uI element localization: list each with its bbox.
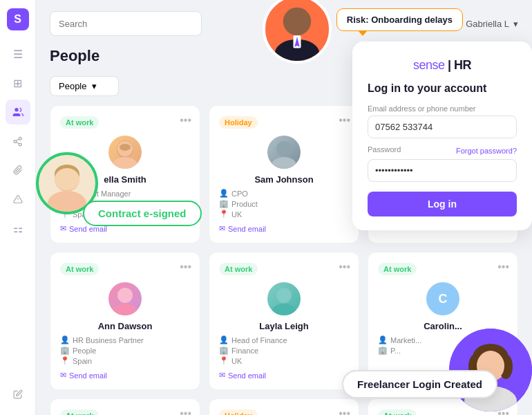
sidebar-icon-alert[interactable] [6,187,30,212]
send-email-sam[interactable]: ✉Send email [219,224,349,233]
avatar-layla [267,282,301,315]
cards-grid-row2: At work ••• Ann Dawson 👤HR Business Part… [50,252,518,390]
send-email-ann[interactable]: ✉Send email [60,371,190,380]
password-input[interactable] [368,159,517,182]
modal-title: Log in to your account [368,82,517,95]
email-input[interactable] [368,116,517,138]
filter-dropdown[interactable]: People ▾ [50,76,119,96]
svg-point-39 [55,168,79,190]
sidebar-icon-grid[interactable]: ⊞ [6,71,30,95]
sidebar-bottom [6,382,30,407]
card-status-layla: At work [219,263,258,275]
svg-point-26 [276,288,292,303]
filter-label: People [59,81,86,91]
email-label: Email address or phone number [368,104,517,113]
svg-line-4 [16,142,19,143]
card-status-caroline: At work [378,263,417,275]
svg-point-0 [15,108,18,111]
status-r3-3: At work [378,409,417,415]
card-title-layla: 👤Head of Finance [219,335,349,344]
svg-point-2 [14,140,17,142]
card-status-ella: At work [60,116,99,129]
freelancer-login-badge: Freelancer Login Created [342,370,497,398]
login-button[interactable]: Log in [368,192,517,216]
card-dept-ann: 🏢People [60,346,190,355]
svg-point-19 [113,157,137,169]
card-menu-caroline[interactable]: ••• [497,261,509,273]
user-info: Gabriella L ▾ [466,19,518,29]
sidebar-icon-attachment[interactable] [6,158,30,183]
sidebar: S ☰ ⊞ ⚏ [0,0,36,415]
search-input[interactable] [50,11,202,36]
svg-point-37 [48,191,86,212]
avatar-caroline: C [426,282,459,315]
card-dept-layla: 🏢Finance [219,346,349,355]
menu-r3-2[interactable]: ••• [339,407,350,415]
card-location-layla: 📍UK [219,356,349,365]
svg-point-1 [19,137,21,140]
card-location-ann: 📍Spain [60,356,190,365]
svg-point-32 [283,8,311,35]
svg-point-22 [276,141,292,156]
risk-tooltip: Risk: Onboarding delays [336,8,463,31]
modal-logo: sense | HR [368,58,517,73]
status-r3-2: Holiday [219,409,258,415]
partial-card-2: Holiday ••• [209,398,359,415]
top-featured-avatar-container [263,0,332,64]
send-email-layla[interactable]: ✉Send email [219,371,349,380]
page-title: People [50,47,99,65]
sidebar-icon-edit[interactable] [6,382,30,407]
card-status-ann: At work [60,263,99,275]
status-r3-1: At work [60,409,99,415]
sidebar-icon-share[interactable] [6,129,30,154]
avatar-ann [108,282,142,315]
card-name-sam: Sam Johnson [219,174,349,185]
contract-esigned-badge: Contract e-signed [83,201,202,226]
sidebar-icon-menu[interactable]: ☰ [6,42,30,66]
card-title-sam: 👤CPO [219,189,349,198]
svg-point-21 [120,144,131,151]
card-location-sam: 📍UK [219,210,349,219]
password-row: Password Forgot password? [368,145,517,156]
sidebar-icon-people[interactable] [6,100,30,124]
password-label: Password [368,145,401,154]
filter-chevron-icon: ▾ [92,81,97,91]
person-card-ann: At work ••• Ann Dawson 👤HR Business Part… [50,252,200,390]
card-status-sam: Holiday [219,116,258,129]
card-title-ann: 👤HR Business Partner [60,335,190,344]
card-name-ann: Ann Dawson [60,321,190,331]
card-dept-sam: 🏢Product [219,199,349,208]
avatar-ella [108,136,142,169]
card-menu-sam[interactable]: ••• [339,114,350,127]
user-dropdown-icon[interactable]: ▾ [513,19,518,29]
svg-point-3 [19,143,21,146]
person-card-sam: Holiday ••• Sam Johnson 👤CPO 🏢Product 📍U… [209,105,359,243]
avatar-sam [267,136,301,169]
sidebar-logo[interactable]: S [7,8,29,30]
svg-point-27 [272,304,296,315]
svg-point-23 [272,157,296,169]
card-menu-ella[interactable]: ••• [180,114,191,127]
card-name-layla: Layla Leigh [219,321,349,331]
cards-grid-row3: At work ••• Holiday ••• At work ••• [50,398,518,415]
svg-point-24 [117,288,133,303]
forgot-password-link[interactable]: Forgot password? [456,147,517,155]
menu-r3-1[interactable]: ••• [180,407,191,415]
person-card-layla: At work ••• Layla Leigh 👤Head of Finance… [209,252,359,390]
svg-point-25 [113,304,137,315]
card-menu-ann[interactable]: ••• [180,261,191,273]
top-featured-avatar [263,0,332,64]
sidebar-icon-apps[interactable]: ⚏ [6,216,30,241]
login-modal: sense | HR Log in to your account Email … [352,42,532,230]
partial-card-1: At work ••• [50,398,200,415]
svg-line-5 [16,139,19,140]
card-menu-layla[interactable]: ••• [339,261,350,273]
user-name: Gabriella L [466,19,509,29]
